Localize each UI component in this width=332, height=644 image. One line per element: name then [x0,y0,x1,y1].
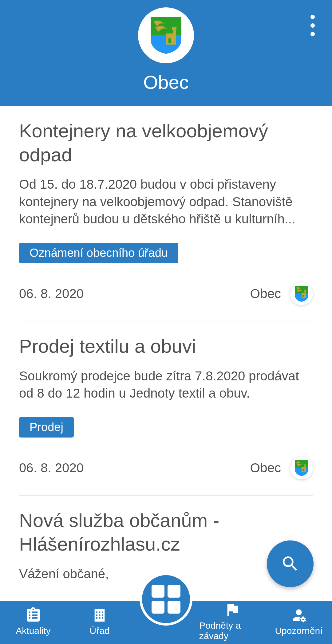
article-tags: Oznámení obecního úřadu [19,243,313,263]
article-excerpt: Soukromý prodejce bude zítra 7.8.2020 pr… [19,367,313,402]
nav-aktuality[interactable]: Aktuality [0,607,66,638]
article-tag[interactable]: Prodej [19,417,74,438]
article-tag[interactable]: Oznámení obecního úřadu [19,243,178,263]
article-source: Obec [250,461,281,475]
article-card[interactable]: Prodej textilu a obuvi Soukromý prodejce… [19,321,313,496]
page-title: Obec [143,71,189,93]
article-meta: 06. 8. 2020 Obec [19,457,313,479]
article-title: Nová služba občanům - Hlášenírozhlasu.cz [19,509,313,556]
crest-icon [149,17,183,54]
article-date: 06. 8. 2020 [19,461,84,475]
nav-label: Aktuality [16,626,50,636]
search-icon [280,554,300,574]
article-tags: Prodej [19,417,313,438]
grid-icon [152,585,180,614]
search-button[interactable] [267,540,314,587]
flag-icon [224,601,241,618]
article-date: 06. 8. 2020 [19,286,84,301]
app-header: Obec [0,0,332,106]
crest-avatar [138,7,194,63]
nav-label: Podněty a závady [199,620,266,641]
source-avatar [290,282,313,305]
nav-urad[interactable]: Úřad [66,607,133,638]
main-menu-button[interactable] [140,573,192,626]
nav-label: Upozornění [275,626,322,636]
article-title: Kontejnery na velkoobjemový odpad [19,119,313,167]
nav-podnety[interactable]: Podněty a závady [199,601,266,644]
article-card[interactable]: Kontejnery na velkoobjemový odpad Od 15.… [19,106,313,321]
article-title: Prodej textilu a obuvi [19,334,313,358]
article-source: Obec [250,286,281,301]
overflow-menu-button[interactable] [310,15,315,41]
dots-icon [310,15,315,19]
source-avatar [290,457,313,479]
article-meta: 06. 8. 2020 Obec [19,282,313,305]
nav-upozorneni[interactable]: Upozornění [266,607,332,638]
building-icon [91,607,108,624]
nav-label: Úřad [89,626,109,636]
clipboard-list-icon [25,607,42,624]
user-gear-icon [290,607,307,624]
news-feed: Kontejnery na velkoobjemový odpad Od 15.… [0,106,332,599]
article-excerpt: Od 15. do 18.7.2020 budou v obci přistav… [19,176,313,228]
